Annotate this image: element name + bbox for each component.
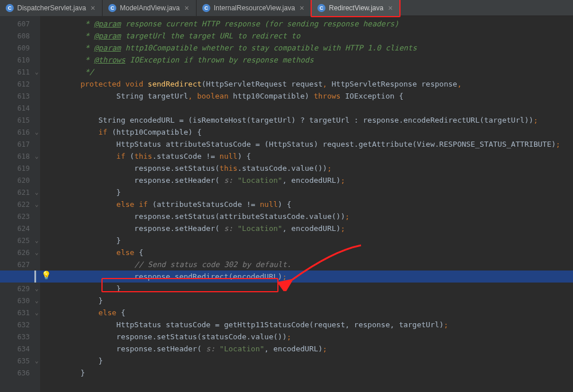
- code-line[interactable]: else {: [40, 307, 573, 319]
- tab-modelandview-java[interactable]: CModelAndView.java×: [103, 0, 197, 16]
- line-number: 634: [10, 345, 33, 353]
- tab-redirectview-java[interactable]: CRedirectView.java×: [312, 0, 400, 16]
- code-line[interactable]: response.setStatus(this.statusCode.value…: [40, 162, 573, 174]
- editor-tabs: CDispatcherServlet.java×CModelAndView.ja…: [0, 0, 573, 16]
- fold-icon[interactable]: ⌄: [33, 68, 40, 76]
- code-area[interactable]: * @param response current HTTP response …: [40, 16, 573, 392]
- gutter-row[interactable]: 634: [0, 343, 40, 355]
- close-icon[interactable]: ×: [89, 4, 96, 12]
- fold-icon[interactable]: ⌄: [33, 249, 40, 256]
- code-line[interactable]: */: [40, 66, 573, 78]
- code-line[interactable]: else if (attributeStatusCode != null) {: [40, 198, 573, 210]
- code-line[interactable]: response.setStatus(statusCode.value());: [40, 331, 573, 343]
- gutter-row[interactable]: 626⌄: [0, 246, 40, 258]
- fold-icon[interactable]: ⌄: [33, 357, 40, 364]
- gutter-row[interactable]: 624: [0, 222, 40, 234]
- line-number: 623: [10, 213, 33, 221]
- line-number: 614: [10, 104, 33, 112]
- line-number: 620: [10, 177, 33, 185]
- gutter-row[interactable]: 620: [0, 174, 40, 186]
- fold-icon[interactable]: ⌄: [33, 309, 40, 316]
- code-line[interactable]: }: [40, 295, 573, 307]
- code-line[interactable]: }: [40, 186, 573, 198]
- code-line[interactable]: HttpStatus attributeStatusCode = (HttpSt…: [40, 138, 573, 150]
- code-line[interactable]: }: [40, 355, 573, 367]
- gutter-row[interactable]: 619: [0, 162, 40, 174]
- gutter-row[interactable]: 614: [0, 102, 40, 114]
- line-number: 635: [10, 357, 33, 365]
- code-line[interactable]: String targetUrl, boolean http10Compatib…: [40, 90, 573, 102]
- gutter-row[interactable]: 630⌄: [0, 295, 40, 307]
- gutter-row[interactable]: 621⌄: [0, 186, 40, 198]
- gutter-row[interactable]: 617: [0, 138, 40, 150]
- gutter-row[interactable]: 632: [0, 319, 40, 331]
- tab-dispatcherservlet-java[interactable]: CDispatcherServlet.java×: [0, 0, 103, 16]
- code-line[interactable]: response.setHeader( s: "Location", encod…: [40, 174, 573, 186]
- gutter-row[interactable]: 629⌄: [0, 283, 40, 295]
- code-line[interactable]: response.setHeader( s: "Location", encod…: [40, 343, 573, 355]
- gutter-row[interactable]: 633: [0, 331, 40, 343]
- close-icon[interactable]: ×: [387, 4, 394, 12]
- fold-icon[interactable]: ⌄: [33, 297, 40, 304]
- gutter-row[interactable]: 616⌄: [0, 126, 40, 138]
- fold-icon[interactable]: ⌄: [33, 128, 40, 136]
- line-number: 612: [10, 80, 33, 88]
- gutter-row[interactable]: 635⌄: [0, 355, 40, 367]
- code-line[interactable]: }: [40, 234, 573, 246]
- line-number: 632: [10, 321, 33, 329]
- caret-marker: [34, 271, 36, 283]
- gutter-row[interactable]: 623: [0, 210, 40, 222]
- gutter-row[interactable]: 611⌄: [0, 66, 40, 78]
- line-number: 619: [10, 164, 33, 173]
- gutter-row[interactable]: 607: [0, 18, 40, 30]
- line-number: 627: [10, 261, 33, 269]
- code-line[interactable]: [40, 102, 573, 114]
- code-line[interactable]: // Send status code 302 by default.: [40, 258, 573, 271]
- gutter-row[interactable]: 636: [0, 367, 40, 379]
- tab-internalresourceview-java[interactable]: CInternalResourceView.java×: [197, 0, 312, 16]
- code-line[interactable]: * @param targetUrl the target URL to red…: [40, 30, 573, 42]
- code-line[interactable]: if (this.statusCode != null) {: [40, 150, 573, 162]
- code-line[interactable]: else {: [40, 246, 573, 258]
- gutter-row[interactable]: 615: [0, 114, 40, 126]
- fold-icon[interactable]: ⌄: [33, 285, 40, 292]
- gutter-row[interactable]: 608: [0, 30, 40, 42]
- code-line[interactable]: HttpStatus statusCode = getHttp11StatusC…: [40, 319, 573, 331]
- gutter-row[interactable]: 631⌄: [0, 307, 40, 319]
- gutter[interactable]: 607608609610611⌄612613614615616⌄617618⌄6…: [0, 16, 40, 392]
- code-line[interactable]: response.setStatus(attributeStatusCode.v…: [40, 210, 573, 222]
- code-editor[interactable]: 607608609610611⌄612613614615616⌄617618⌄6…: [0, 16, 573, 392]
- gutter-row[interactable]: 612: [0, 78, 40, 90]
- code-line[interactable]: * @param response current HTTP response …: [40, 18, 573, 30]
- close-icon[interactable]: ×: [299, 4, 305, 12]
- tab-label: RedirectView.java: [329, 4, 383, 12]
- fold-icon[interactable]: ⌄: [33, 237, 40, 244]
- code-line[interactable]: String encodedURL = (isRemoteHost(target…: [40, 114, 573, 126]
- gutter-row[interactable]: 610: [0, 54, 40, 66]
- code-line[interactable]: if (http10Compatible) {: [40, 126, 573, 138]
- line-number: 618: [10, 152, 33, 160]
- gutter-row[interactable]: 625⌄: [0, 234, 40, 246]
- gutter-row[interactable]: 622⌄: [0, 198, 40, 210]
- gutter-row[interactable]: 609: [0, 42, 40, 54]
- intention-bulb-icon[interactable]: 💡: [41, 271, 51, 280]
- code-line[interactable]: response.sendRedirect(encodedURL);: [40, 271, 573, 283]
- code-line[interactable]: * @throws IOException if thrown by respo…: [40, 54, 573, 66]
- code-line[interactable]: }: [40, 283, 573, 295]
- code-line[interactable]: protected void sendRedirect(HttpServletR…: [40, 78, 573, 90]
- gutter-row[interactable]: 613: [0, 90, 40, 102]
- code-line[interactable]: response.setHeader( s: "Location", encod…: [40, 222, 573, 234]
- fold-icon[interactable]: ⌄: [33, 152, 40, 160]
- code-line[interactable]: * @param http10Compatible whether to sta…: [40, 42, 573, 54]
- fold-icon[interactable]: ⌄: [33, 201, 40, 208]
- gutter-row[interactable]: 627: [0, 258, 40, 271]
- code-line[interactable]: }: [40, 367, 573, 379]
- line-number: 624: [10, 225, 33, 233]
- line-number: 625: [10, 237, 33, 245]
- gutter-row[interactable]: 618⌄: [0, 150, 40, 162]
- fold-icon[interactable]: ⌄: [33, 189, 40, 196]
- line-number: 613: [10, 92, 33, 100]
- close-icon[interactable]: ×: [183, 4, 190, 12]
- line-number: 616: [10, 128, 33, 136]
- line-number: 617: [10, 140, 33, 148]
